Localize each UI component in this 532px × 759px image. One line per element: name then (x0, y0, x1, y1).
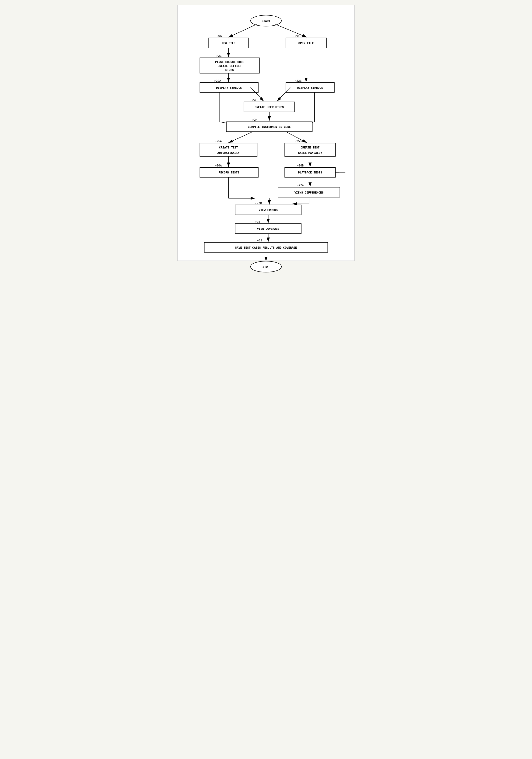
ref-27a: ⌐27A (297, 184, 304, 187)
arrow-start-openfile (275, 24, 307, 37)
record-tests-label: RECORD TESTS (219, 171, 239, 175)
diagram-container: START ⌐20A NEW FILE ⌐20B OPEN FILE ⌐21 P (177, 5, 355, 261)
create-test-auto-label-2: AUTOMATICALLY (217, 151, 240, 155)
ref-21: ⌐21 (216, 55, 221, 58)
ref-26a: ⌐26A (215, 164, 222, 167)
ref-22b: ⌐22B (295, 79, 301, 83)
view-errors-label: VIEW ERRORS (259, 209, 278, 212)
ref-26b: ⌐26B (297, 164, 304, 167)
arrow-dsymb-cus (277, 87, 290, 101)
ref-27b: ⌐27B (255, 202, 262, 205)
ref-20a: ⌐20A (215, 35, 222, 38)
ref-25a: ⌐25A (215, 140, 222, 143)
create-test-manual-label-1: CREATE TEST (301, 146, 320, 149)
new-file-label: NEW FILE (222, 42, 235, 45)
open-file-label: OPEN FILE (298, 42, 314, 45)
parse-label-3: STUBS (225, 69, 234, 72)
views-diff-label: VIEWS DIFFERENCES (294, 191, 323, 194)
ref-28: ⌐28 (255, 220, 260, 224)
ref-29: ⌐29 (257, 239, 262, 242)
display-sym-b-label: DISPLAY SYMBOLS (297, 86, 323, 90)
start-label: START (262, 20, 270, 23)
parse-label-2: CREATE DEFAULT (218, 65, 242, 68)
save-label: SAVE TEST CASES RESULTS AND COVERAGE (235, 246, 297, 250)
arrow-start-newfile (228, 24, 257, 37)
parse-label-1: PARSE SOURCE CODE (215, 61, 244, 64)
ref-24: ⌐24 (252, 118, 257, 122)
create-test-auto-label-1: CREATE TEST (219, 146, 238, 149)
create-test-manual-label-2: CASES MANUALLY (298, 151, 322, 155)
display-sym-a-label: DISPLAY SYMBOLS (216, 86, 242, 90)
ref-22a: ⌐22A (214, 79, 221, 83)
flow-wrapper: START ⌐20A NEW FILE ⌐20B OPEN FILE ⌐21 P (182, 12, 350, 251)
view-coverage-label: VIEW COVERAGE (257, 227, 280, 231)
arrow-compile-cta (228, 132, 253, 143)
ref-23: ⌐23 (250, 99, 256, 102)
ref-25b: ⌐25B (295, 140, 301, 143)
stop-label: STOP (262, 265, 269, 269)
flowchart-svg: START ⌐20A NEW FILE ⌐20B OPEN FILE ⌐21 P (182, 12, 350, 250)
ref-20b: ⌐20B (293, 35, 300, 38)
playback-tests-label: PLAYBACK TESTS (298, 171, 322, 175)
create-user-stubs-label: CREATE USER STUBS (255, 106, 284, 109)
compile-label: COMPILE INSTRUMENTED CODE (248, 126, 291, 129)
